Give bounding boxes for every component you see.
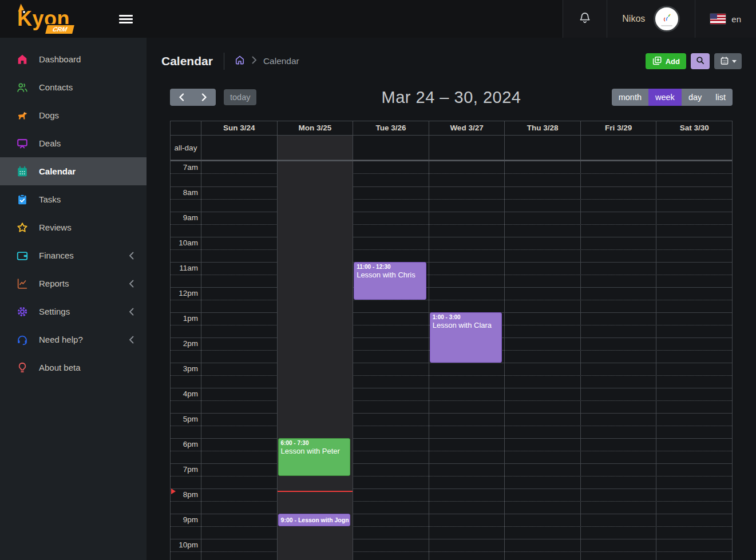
lightbulb-icon xyxy=(15,361,29,375)
sidebar-item-deals[interactable]: Deals xyxy=(0,129,147,157)
sidebar-item-dogs[interactable]: Dogs xyxy=(0,101,147,129)
all-day-row: all-day xyxy=(171,135,732,160)
time-label: 6pm xyxy=(171,438,201,463)
day-column-sun-3-24[interactable] xyxy=(201,161,277,560)
calendar-small-icon xyxy=(720,56,729,67)
sidebar-item-label: Finances xyxy=(39,251,129,260)
sidebar-item-contacts[interactable]: Contacts xyxy=(0,73,147,101)
chevron-left-icon xyxy=(129,280,134,288)
sidebar-item-label: Reviews xyxy=(39,223,134,232)
day-column-wed-3-27[interactable]: 1:00 - 3:00Lesson with Clara xyxy=(429,161,505,560)
caret-down-icon xyxy=(732,60,737,65)
view-day-button[interactable]: day xyxy=(682,89,708,106)
time-label: 1pm xyxy=(171,312,201,337)
day-column-sat-3-30[interactable] xyxy=(656,161,732,560)
all-day-cell-thu-3-28[interactable] xyxy=(504,136,580,160)
brand-logo[interactable]: Kyon CRM xyxy=(17,7,70,31)
sidebar-item-label: Reports xyxy=(39,279,129,288)
calendar-nav-group xyxy=(170,89,216,106)
dog-icon xyxy=(15,109,29,122)
next-button[interactable] xyxy=(193,89,216,106)
calendar-title: Mar 24 – 30, 2024 xyxy=(382,88,521,107)
day-header-sat-3-30: Sat 3/30 xyxy=(656,121,732,135)
sidebar-item-reports[interactable]: Reports xyxy=(0,269,147,297)
chevron-right-icon xyxy=(252,56,257,66)
bell-icon xyxy=(578,11,592,27)
header-divider xyxy=(224,53,224,70)
language-switcher[interactable]: en xyxy=(695,0,756,38)
time-label: 3pm xyxy=(171,363,201,388)
all-day-cell-sat-3-30[interactable] xyxy=(656,136,732,160)
time-label: 10am xyxy=(171,237,201,262)
headset-icon xyxy=(15,333,29,347)
home-icon xyxy=(15,53,29,66)
event-lesson-with-jogn[interactable]: 9:00 - Lesson with Jogn xyxy=(278,514,351,526)
sidebar-item-calendar[interactable]: Calendar xyxy=(0,157,147,185)
time-label: 11am xyxy=(171,262,201,287)
week-grid: Sun 3/24Mon 3/25Tue 3/26Wed 3/27Thu 3/28… xyxy=(170,121,733,560)
view-list-button[interactable]: list xyxy=(708,89,733,106)
sidebar-item-dashboard[interactable]: Dashboard xyxy=(0,45,147,73)
add-button[interactable]: Add xyxy=(646,53,686,69)
star-icon xyxy=(15,221,29,235)
sidebar-item-finances[interactable]: Finances xyxy=(0,241,147,269)
view-month-button[interactable]: month xyxy=(612,89,648,106)
all-day-label: all-day xyxy=(171,136,201,160)
day-column-mon-3-25[interactable]: 6:00 - 7:30Lesson with Peter9:00 - Lesso… xyxy=(277,161,353,560)
sidebar-item-need-help[interactable]: Need help? xyxy=(0,325,147,354)
topbar: Kyon CRM Nikos xyxy=(0,0,756,38)
user-menu[interactable]: Nikos xyxy=(607,0,695,38)
all-day-cell-wed-3-27[interactable] xyxy=(429,136,505,160)
time-label: 7pm xyxy=(171,463,201,488)
sidebar-item-label: Calendar xyxy=(39,166,134,176)
sidebar-toggle-button[interactable] xyxy=(119,13,133,25)
time-label: 8am xyxy=(171,186,201,212)
sidebar-item-tasks[interactable]: Tasks xyxy=(0,185,147,213)
now-indicator-line xyxy=(278,491,353,492)
sidebar-item-label: Dashboard xyxy=(39,54,134,64)
chevron-left-icon xyxy=(129,252,134,260)
all-day-cell-sun-3-24[interactable] xyxy=(201,136,277,160)
breadcrumb-current[interactable]: Calendar xyxy=(263,56,299,66)
sidebar-item-label: About beta xyxy=(39,363,134,372)
time-label: 10pm xyxy=(171,539,201,560)
all-day-cell-mon-3-25[interactable] xyxy=(277,136,353,160)
event-lesson-with-chris[interactable]: 11:00 - 12:30Lesson with Chris xyxy=(354,262,426,300)
day-column-thu-3-28[interactable] xyxy=(504,161,580,560)
all-day-cell-fri-3-29[interactable] xyxy=(580,136,656,160)
event-lesson-with-clara[interactable]: 1:00 - 3:00Lesson with Clara xyxy=(430,312,502,363)
language-label: en xyxy=(731,14,741,24)
page-header: Calendar Calendar xyxy=(147,38,756,71)
brand-sub-badge: CRM xyxy=(44,24,76,35)
sidebar-item-settings[interactable]: Settings xyxy=(0,297,147,325)
notifications-button[interactable] xyxy=(563,0,607,38)
sidebar: DashboardContactsDogsDealsCalendarTasksR… xyxy=(0,38,147,560)
event-lesson-with-peter[interactable]: 6:00 - 7:30Lesson with Peter xyxy=(278,438,351,476)
calendar-toolbar: today Mar 24 – 30, 2024 monthweekdaylist xyxy=(170,87,733,108)
chevron-left-icon xyxy=(129,308,134,316)
prev-button[interactable] xyxy=(170,89,193,106)
search-button[interactable] xyxy=(691,53,710,69)
sidebar-item-about-beta[interactable]: About beta xyxy=(0,354,147,382)
sidebar-menu: DashboardContactsDogsDealsCalendarTasksR… xyxy=(0,38,147,382)
sidebar-item-reviews[interactable]: Reviews xyxy=(0,213,147,241)
gear-icon xyxy=(15,305,29,319)
calendar-icon xyxy=(15,165,29,178)
user-name: Nikos xyxy=(622,14,645,24)
all-day-cell-tue-3-26[interactable] xyxy=(353,136,429,160)
day-header-mon-3-25: Mon 3/25 xyxy=(277,121,353,135)
wallet-icon xyxy=(15,249,29,263)
day-column-fri-3-29[interactable] xyxy=(580,161,656,560)
calendar-options-button[interactable] xyxy=(714,53,742,69)
axis-header-spacer xyxy=(171,121,201,135)
day-header-tue-3-26: Tue 3/26 xyxy=(353,121,429,135)
sidebar-item-label: Dogs xyxy=(39,110,134,120)
view-week-button[interactable]: week xyxy=(648,89,682,106)
today-button[interactable]: today xyxy=(224,89,256,105)
home-icon[interactable] xyxy=(234,54,246,68)
day-column-tue-3-26[interactable]: 11:00 - 12:30Lesson with Chris xyxy=(353,161,429,560)
breadcrumb: Calendar xyxy=(234,54,299,68)
sidebar-item-label: Contacts xyxy=(39,82,134,92)
event-time: 11:00 - 12:30 xyxy=(357,263,423,271)
topbar-right: Nikos en xyxy=(563,0,756,38)
